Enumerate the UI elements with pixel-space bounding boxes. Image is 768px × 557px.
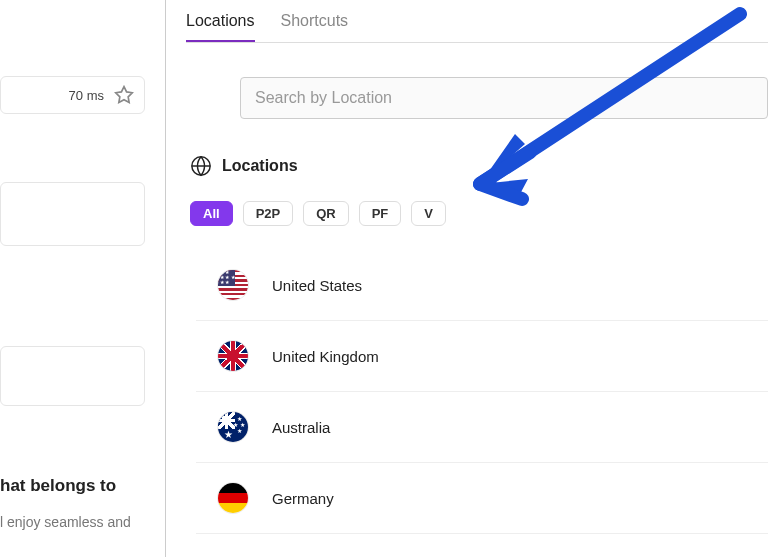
filter-chip-row: All P2P QR PF V [190, 201, 768, 226]
sidebar-card-placeholder [0, 182, 145, 246]
tab-bar: Locations Shortcuts [186, 12, 768, 43]
search-field[interactable] [240, 77, 768, 119]
filter-chip-p2p[interactable]: P2P [243, 201, 294, 226]
section-title: Locations [222, 157, 298, 175]
tab-locations[interactable]: Locations [186, 12, 255, 42]
sidebar-card-placeholder [0, 346, 145, 406]
paragraph-fragment: l enjoy seamless and [0, 514, 145, 530]
flag-us-icon [218, 270, 248, 300]
flag-uk-icon [218, 341, 248, 371]
location-label: United States [272, 277, 362, 294]
svg-marker-0 [116, 87, 133, 103]
globe-icon [190, 155, 212, 177]
filter-chip-pf[interactable]: PF [359, 201, 402, 226]
server-latency-card[interactable]: 70 ms [0, 76, 145, 114]
latency-value: 70 ms [69, 88, 104, 103]
location-row-us[interactable]: United States [196, 250, 768, 321]
section-header: Locations [190, 155, 768, 177]
location-label: Australia [272, 419, 330, 436]
location-label: United Kingdom [272, 348, 379, 365]
flag-au-icon: ★★ ★★ [218, 412, 248, 442]
tab-shortcuts[interactable]: Shortcuts [281, 12, 349, 42]
favorite-star-icon[interactable] [114, 85, 134, 105]
flag-de-icon [218, 483, 248, 513]
location-label: Germany [272, 490, 334, 507]
filter-chip-qr[interactable]: QR [303, 201, 349, 226]
location-row-de[interactable]: Germany [196, 463, 768, 534]
vertical-divider [165, 0, 166, 557]
heading-fragment: hat belongs to [0, 476, 145, 496]
location-row-uk[interactable]: United Kingdom [196, 321, 768, 392]
search-input[interactable] [255, 89, 753, 107]
location-row-au[interactable]: ★★ ★★ Australia [196, 392, 768, 463]
left-sidebar-fragment: 70 ms hat belongs to l enjoy seamless an… [0, 0, 155, 557]
filter-chip-all[interactable]: All [190, 201, 233, 226]
location-list: United States United Kingdom ★★ ★★ Austr… [196, 250, 768, 534]
filter-chip-v[interactable]: V [411, 201, 446, 226]
main-panel: Locations Shortcuts Locations All P2P QR… [186, 0, 768, 557]
